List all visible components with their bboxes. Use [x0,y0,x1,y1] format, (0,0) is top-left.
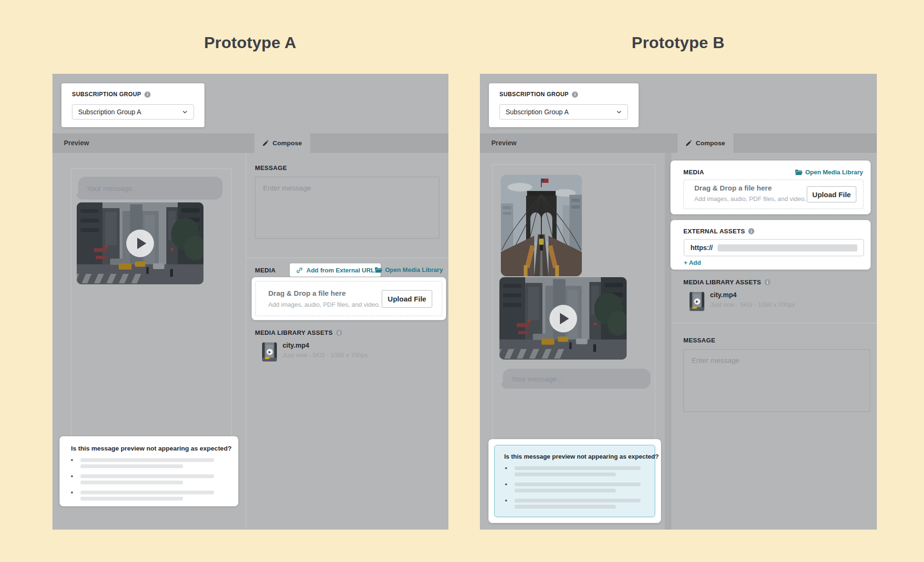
prototype-b-panel: SUBSCRIPTION GROUP Subscription Group A … [480,74,877,530]
placeholder-bar [515,482,640,486]
media-label-text: MEDIA [683,169,704,176]
bullet-dot [71,492,73,493]
media-section-label: MEDIA [255,267,275,274]
pencil-icon [263,140,269,146]
message-bubble-preview: Your message... [78,177,223,200]
bubble-placeholder-text: Your message... [87,184,138,192]
preview-label: Preview [491,139,517,147]
placeholder-bar [81,464,183,468]
external-assets-card: EXTERNAL ASSETS https:// + Add [670,220,871,270]
chevron-down-icon [182,109,188,115]
video-preview [499,277,627,360]
asset-name: city.mp4 [283,341,309,349]
help-card-heading: Is this message preview not appearing as… [504,453,659,460]
media-library-assets-label-row: MEDIA LIBRARY ASSETS [683,279,771,286]
subscription-group-card: SUBSCRIPTION GROUP Subscription Group A [489,83,639,127]
placeholder-bar [515,505,616,509]
dropzone-subtitle: Add images, audio, PDF files, and video. [694,195,806,202]
info-icon[interactable] [764,279,771,285]
pencil-icon [686,140,692,146]
help-bullet [505,466,645,479]
bullet-dot [71,475,73,477]
upload-file-button[interactable]: Upload File [807,186,856,202]
video-preview [77,202,203,284]
bullet-dot [505,467,507,469]
message-input[interactable] [255,177,439,239]
folder-icon [795,169,802,175]
add-from-external-url-label: Add from External URL [306,267,375,274]
media-library-assets-label: MEDIA LIBRARY ASSETS [255,329,333,336]
subscription-group-label-row: SUBSCRIPTION GROUP [499,91,578,98]
url-placeholder-bar [718,244,857,251]
external-url-input[interactable]: https:// [684,239,864,256]
tab-compose[interactable]: Compose [678,133,733,153]
add-from-external-url-button[interactable]: Add from External URL [290,263,381,277]
media-library-assets-label: MEDIA LIBRARY ASSETS [683,279,761,286]
placeholder-bar [81,497,183,501]
subscription-group-label: SUBSCRIPTION GROUP [499,91,569,98]
file-dropzone[interactable]: Drag & Drop a file here Add images, audi… [683,180,863,209]
dropzone-subtitle: Add images, audio, PDF files, and video. [268,301,380,308]
preview-help-inner-card: Is this message preview not appearing as… [494,445,655,517]
message-label-text: MESSAGE [683,337,715,344]
link-icon [296,267,303,274]
prototype-a-title: Prototype A [155,33,345,52]
tab-compose[interactable]: Compose [254,133,310,153]
info-icon[interactable] [336,330,342,336]
play-icon [694,299,700,305]
placeholder-bar [81,481,183,484]
bullet-dot [71,459,73,461]
placeholder-bar [515,499,640,502]
dropzone-title: Drag & Drop a file here [694,184,772,192]
subscription-group-label: SUBSCRIPTION GROUP [72,91,141,98]
help-bullet [71,458,227,471]
file-dropzone[interactable]: Drag & Drop a file here Add images, audi… [255,281,442,316]
bubble-placeholder-text: Your message... [511,375,563,383]
media-card: MEDIA Open Media Library Drag & Drop a f… [670,161,871,214]
asset-meta: Just now - 5KG - 1050 x 700px [710,301,795,308]
media-asset-row[interactable]: city.mp4 Just now - 5KG - 1050 x 700px [690,291,823,312]
subscription-group-label-row: SUBSCRIPTION GROUP [72,91,151,98]
placeholder-bar [515,472,616,476]
help-bullet [505,482,645,495]
message-section-label: MESSAGE [683,337,715,344]
play-icon [266,349,273,355]
subscription-group-select[interactable]: Subscription Group A [72,104,194,120]
subscription-group-value: Subscription Group A [78,108,141,116]
bullet-dot [505,483,507,485]
upload-file-label: Upload File [812,191,851,199]
prototype-b-title: Prototype B [583,33,773,52]
info-icon[interactable] [572,91,578,98]
image-preview-bridge [501,175,582,276]
message-input[interactable] [683,349,870,412]
asset-thumbnail [262,342,277,361]
bullet-dot [505,500,507,502]
placeholder-bar [515,466,640,470]
placeholder-bar [81,458,214,462]
dropzone-card: Drag & Drop a file here Add images, audi… [252,277,446,320]
preview-help-card: Is this message preview not appearing as… [488,439,661,523]
info-icon[interactable] [144,91,151,98]
help-bullet [71,491,227,503]
placeholder-bar [515,489,616,492]
chevron-down-icon [616,109,622,115]
subscription-group-select[interactable]: Subscription Group A [499,104,628,120]
help-card-heading: Is this message preview not appearing as… [71,445,232,452]
preview-header-band: Preview [52,133,448,153]
open-media-library-link[interactable]: Open Media Library [795,169,863,176]
info-icon[interactable] [748,228,754,234]
tab-compose-label: Compose [696,140,725,147]
media-asset-row[interactable]: city.mp4 Just now - 5KG - 1050 x 700px [262,341,396,362]
column-divider [246,153,246,530]
open-media-library-link[interactable]: Open Media Library [375,266,443,273]
help-bullet [505,499,645,511]
preview-label: Preview [64,139,89,147]
upload-file-button[interactable]: Upload File [382,290,432,308]
play-icon [126,230,154,257]
prototype-a-panel: SUBSCRIPTION GROUP Subscription Group A … [52,74,448,530]
add-url-link[interactable]: + Add [684,259,701,266]
open-media-library-label: Open Media Library [385,266,443,273]
media-section-label: MEDIA [683,169,704,176]
external-assets-label: EXTERNAL ASSETS [683,228,745,235]
add-url-label: + Add [684,259,701,266]
